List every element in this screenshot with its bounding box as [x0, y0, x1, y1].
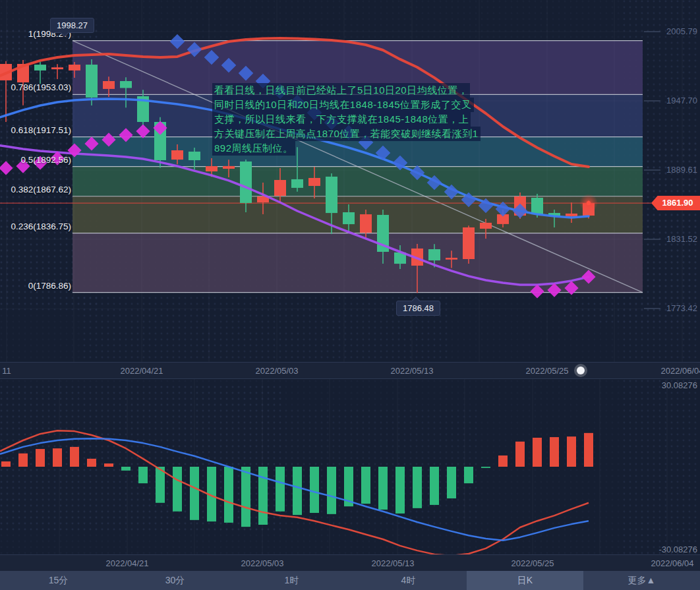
macd-bar[interactable]: [327, 467, 336, 514]
candle-body[interactable]: [51, 67, 63, 69]
macd-bar[interactable]: [395, 467, 405, 514]
annotation-line: 同时日线的10日和20日均线在1848-1845位置形成了交叉: [212, 98, 474, 112]
macd-bar[interactable]: [70, 447, 79, 467]
timeframe-tab-4时[interactable]: 4时: [350, 571, 467, 590]
analysis-annotation: 看看日线，日线目前已经站上了5日10日20日均线位置，同时日线的10日和20日均…: [212, 83, 481, 156]
macd-bar[interactable]: [567, 436, 576, 467]
macd-bar[interactable]: [533, 438, 542, 467]
timeframe-tab-1时[interactable]: 1时: [233, 571, 350, 590]
trading-app: 1(1998.27)0.786(1953.03)0.618(1917.51)0.…: [0, 0, 700, 590]
timeframe-tab-30分[interactable]: 30分: [117, 571, 233, 590]
macd-bar[interactable]: [36, 449, 45, 467]
candle-body[interactable]: [86, 65, 98, 98]
macd-bar[interactable]: [413, 467, 422, 508]
candle-body[interactable]: [446, 258, 457, 260]
low-price-value: 1786.48: [403, 303, 434, 313]
timeline-handle[interactable]: [577, 367, 585, 374]
candle-body[interactable]: [428, 249, 440, 260]
candle-body[interactable]: [463, 227, 475, 259]
candle-body[interactable]: [343, 212, 355, 224]
macd-bar[interactable]: [464, 467, 473, 483]
macd-bar[interactable]: [87, 459, 96, 467]
macd-bar[interactable]: [276, 467, 285, 512]
candle-body[interactable]: [120, 81, 132, 88]
macd-bar[interactable]: [190, 467, 199, 520]
candle-body[interactable]: [34, 65, 46, 71]
macd-bar[interactable]: [53, 448, 62, 467]
macd-bar[interactable]: [550, 437, 559, 467]
candle-body[interactable]: [480, 223, 492, 229]
candle-body[interactable]: [69, 65, 80, 71]
timeframe-tab-更多▲[interactable]: 更多▲: [583, 571, 700, 590]
candle-body[interactable]: [171, 150, 183, 160]
annotation-line: 方关键压制在上周高点1870位置，若能突破则继续看涨到1: [212, 127, 481, 141]
current-price-badge: 1861.90: [651, 196, 700, 210]
macd-bar[interactable]: [515, 442, 525, 467]
macd-bar[interactable]: [1, 461, 11, 467]
macd-bar[interactable]: [430, 467, 439, 505]
candle-body[interactable]: [103, 81, 115, 89]
candle-body[interactable]: [189, 152, 200, 160]
candle-body[interactable]: [531, 198, 543, 214]
macd-bar[interactable]: [361, 467, 370, 504]
candle-body[interactable]: [274, 180, 286, 196]
date-axis-main[interactable]: [0, 362, 700, 379]
macd-bar[interactable]: [138, 467, 148, 483]
timeframe-toolbar: 15分30分1时4时日K更多▲: [0, 571, 700, 590]
macd-bar[interactable]: [121, 467, 131, 471]
macd-bar[interactable]: [584, 433, 593, 467]
candle-body[interactable]: [566, 214, 577, 216]
low-price-tooltip: 1786.48: [396, 301, 440, 316]
candle-body[interactable]: [360, 214, 372, 233]
candle-body[interactable]: [308, 178, 320, 186]
candle-body[interactable]: [291, 179, 303, 188]
macd-bar[interactable]: [18, 454, 28, 467]
high-price-value: 1998.27: [57, 20, 88, 30]
current-price-dot: [587, 201, 591, 205]
timeframe-tab-15分[interactable]: 15分: [0, 571, 117, 590]
macd-bar[interactable]: [258, 467, 268, 525]
annotation-line: 892周线压制位。: [212, 141, 295, 156]
macd-bar[interactable]: [293, 467, 302, 515]
date-axis-macd[interactable]: [0, 554, 700, 572]
macd-bar[interactable]: [498, 456, 508, 467]
candle-body[interactable]: [326, 177, 337, 213]
macd-bar[interactable]: [481, 467, 490, 468]
macd-bar[interactable]: [224, 467, 233, 523]
candle-body[interactable]: [223, 166, 235, 169]
timeframe-tab-日K[interactable]: 日K: [467, 571, 583, 590]
macd-bar[interactable]: [104, 463, 113, 467]
candle-body[interactable]: [240, 162, 252, 203]
macd-bar[interactable]: [378, 467, 388, 510]
macd-bar[interactable]: [447, 467, 456, 498]
annotation-line: 看看日线，日线目前已经站上了5日10日20日均线位置，: [212, 83, 470, 98]
macd-bar[interactable]: [310, 467, 319, 513]
macd-bar[interactable]: [241, 467, 250, 527]
fib-band: [73, 167, 643, 196]
annotation-line: 支撑，所以日线来看，下方支撑就在1845-1848位置，上: [212, 112, 471, 127]
candle-body[interactable]: [206, 166, 218, 171]
macd-bar[interactable]: [173, 467, 182, 512]
high-price-tooltip: 1998.27: [50, 18, 94, 33]
